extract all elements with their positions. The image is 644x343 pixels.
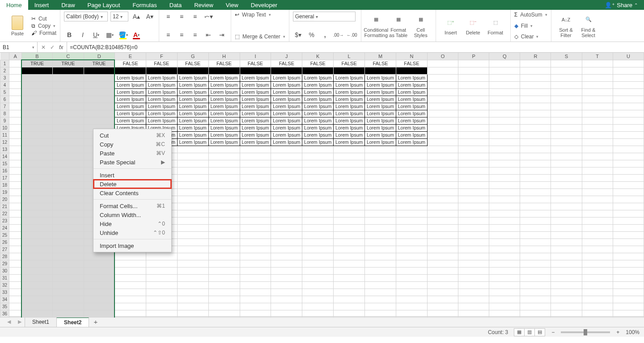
cell-O3[interactable] [427, 74, 458, 81]
cell-K32[interactable] [302, 281, 334, 289]
cell-O26[interactable] [427, 238, 458, 246]
cell-O7[interactable] [427, 103, 458, 110]
view-normal-icon[interactable]: ▦ [514, 328, 525, 336]
cell-H30[interactable] [208, 267, 240, 274]
cell-K20[interactable] [302, 196, 334, 203]
cell-P20[interactable] [458, 196, 489, 203]
cell-Q24[interactable] [489, 224, 520, 231]
ribbon-tab-review[interactable]: Review [188, 0, 220, 10]
cell-J15[interactable] [271, 160, 302, 167]
cell-U15[interactable] [613, 160, 644, 167]
cell-H4[interactable]: Lorem Ipsum [208, 81, 240, 88]
cell-T32[interactable] [582, 281, 613, 289]
cell-U27[interactable] [613, 246, 644, 253]
border-button[interactable]: ▦▾ [104, 30, 115, 40]
row-header-27[interactable]: 27 [0, 246, 9, 253]
cell-Q20[interactable] [489, 196, 520, 203]
context-menu-import-image[interactable]: Import Image [93, 241, 171, 250]
cell-G16[interactable] [177, 167, 208, 174]
row-header-25[interactable]: 25 [0, 231, 9, 238]
cell-B25[interactable] [21, 231, 52, 238]
cell-N8[interactable]: Lorem Ipsum [396, 110, 427, 117]
cell-S17[interactable] [551, 174, 582, 181]
cell-C18[interactable] [53, 181, 84, 188]
cell-E9[interactable]: Lorem Ipsum [114, 117, 146, 124]
cell-N5[interactable]: Lorem Ipsum [396, 88, 427, 96]
cell-L25[interactable] [334, 231, 365, 238]
cell-O20[interactable] [427, 196, 458, 203]
cell-E7[interactable]: Lorem Ipsum [114, 103, 146, 110]
cell-S27[interactable] [551, 246, 582, 253]
cell-H28[interactable] [208, 253, 240, 260]
cell-U9[interactable] [613, 117, 644, 124]
cell-N15[interactable] [396, 160, 427, 167]
cell-N34[interactable] [396, 296, 427, 303]
cell-A1[interactable] [9, 60, 21, 67]
cell-F33[interactable] [146, 289, 177, 296]
cell-I9[interactable]: Lorem Ipsum [240, 117, 271, 124]
cell-P24[interactable] [458, 224, 489, 231]
context-menu-paste-special[interactable]: Paste Special▶ [93, 158, 171, 167]
cell-H5[interactable]: Lorem Ipsum [208, 88, 240, 96]
cell-L13[interactable] [334, 146, 365, 153]
cell-L16[interactable] [334, 167, 365, 174]
cell-S3[interactable] [551, 74, 582, 81]
col-header-T[interactable]: T [582, 53, 613, 60]
cell-K12[interactable]: Lorem Ipsum [302, 138, 334, 146]
ribbon-tab-page-layout[interactable]: Page Layout [81, 0, 127, 10]
cell-I24[interactable] [240, 224, 271, 231]
cell-J17[interactable] [271, 174, 302, 181]
cell-I21[interactable] [240, 203, 271, 210]
cell-O14[interactable] [427, 153, 458, 160]
cell-L33[interactable] [334, 289, 365, 296]
cell-P23[interactable] [458, 217, 489, 224]
col-header-A[interactable]: A [9, 53, 21, 60]
cell-R25[interactable] [520, 231, 551, 238]
cell-T34[interactable] [582, 296, 613, 303]
cell-H29[interactable] [208, 260, 240, 267]
cell-S2[interactable] [551, 67, 582, 74]
cell-E29[interactable] [114, 260, 146, 267]
cell-C1[interactable]: TRUE [53, 60, 84, 67]
cell-A24[interactable] [9, 224, 21, 231]
context-menu-insert[interactable]: Insert [93, 171, 171, 180]
cell-F30[interactable] [146, 267, 177, 274]
find-select-button[interactable]: 🔍Find & Select [577, 12, 600, 39]
cell-P27[interactable] [458, 246, 489, 253]
cell-P12[interactable] [458, 138, 489, 146]
cell-E35[interactable] [114, 303, 146, 310]
col-header-Q[interactable]: Q [489, 53, 520, 60]
cell-R32[interactable] [520, 281, 551, 289]
cell-S16[interactable] [551, 167, 582, 174]
cell-F8[interactable]: Lorem Ipsum [146, 110, 177, 117]
cell-L2[interactable] [334, 67, 365, 74]
cell-Q35[interactable] [489, 303, 520, 310]
cell-O17[interactable] [427, 174, 458, 181]
cell-P7[interactable] [458, 103, 489, 110]
row-header-32[interactable]: 32 [0, 281, 9, 289]
cell-O25[interactable] [427, 231, 458, 238]
cell-L7[interactable]: Lorem Ipsum [334, 103, 365, 110]
cell-M10[interactable]: Lorem Ipsum [365, 124, 396, 131]
cell-U24[interactable] [613, 224, 644, 231]
cell-T16[interactable] [582, 167, 613, 174]
align-left-icon[interactable]: ≡ [163, 30, 174, 40]
view-page-layout-icon[interactable]: ▥ [524, 328, 535, 336]
cell-H6[interactable]: Lorem Ipsum [208, 96, 240, 103]
cell-R20[interactable] [520, 196, 551, 203]
cell-Q13[interactable] [489, 146, 520, 153]
context-menu-hide[interactable]: Hide⌃0 [93, 219, 171, 228]
cell-E2[interactable] [114, 67, 146, 74]
cell-H33[interactable] [208, 289, 240, 296]
cell-T36[interactable] [582, 310, 613, 317]
cell-N27[interactable] [396, 246, 427, 253]
cell-G10[interactable]: Lorem Ipsum [177, 124, 208, 131]
cell-R23[interactable] [520, 217, 551, 224]
cell-I17[interactable] [240, 174, 271, 181]
cell-C33[interactable] [53, 289, 84, 296]
cell-U29[interactable] [613, 260, 644, 267]
cell-M5[interactable]: Lorem Ipsum [365, 88, 396, 96]
cell-R30[interactable] [520, 267, 551, 274]
ribbon-tab-data[interactable]: Data [163, 0, 188, 10]
accept-formula-icon[interactable]: ✓ [50, 44, 55, 50]
